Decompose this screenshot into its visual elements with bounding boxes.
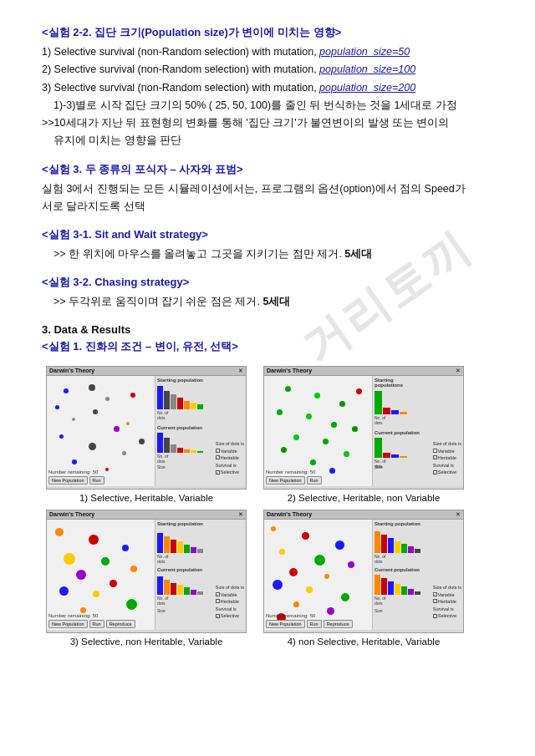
sim-4-size-of-dots: Size of dots is: [433, 584, 461, 591]
sim-2-buttons: New Population Run: [266, 476, 322, 485]
sim-3-darwin-label: Darwin's Theory: [49, 511, 94, 517]
sim-2-number-remaining: Number remaining: 50: [266, 469, 315, 474]
sim-2-selective-cb: Selective: [433, 469, 461, 475]
section-3-title: <실험 3. 두 종류의 포식자 – 사자와 표범>: [42, 162, 493, 177]
sim-3-box: Darwin's Theory ✕: [46, 510, 247, 633]
sim-1-right-panel: Starting population No. ofdots Current p…: [155, 376, 246, 486]
sim-1-close: ✕: [238, 368, 243, 374]
sim-3-reproduce-btn[interactable]: Reproduce: [106, 620, 135, 628]
section-2-2-title: <실험 2-2. 집단 크기(Population size)가 변이에 미치는…: [42, 25, 493, 40]
section-2-2-item1: 1) Selective survival (non-Random select…: [42, 43, 493, 61]
sim-2-checkboxes: Size of dots is Variable Heritable Survi…: [433, 440, 461, 475]
sim-4-number-remaining: Number remaining: 50: [266, 613, 315, 618]
sim-1-new-pop-btn[interactable]: New Population: [48, 476, 88, 485]
sim-2-size-label: Size: [374, 464, 383, 469]
section-3: <실험 3. 두 종류의 포식자 – 사자와 표범> 실험 3에서 진행되는 모…: [42, 162, 493, 216]
sim-1-titlebar: Darwin's Theory ✕: [47, 367, 246, 376]
sim-3-variable-label: Variable: [221, 591, 237, 598]
sim-4-buttons: New Population Run Reproduce: [266, 620, 353, 628]
sim-1-starting-label: Starting population: [157, 378, 244, 383]
sim-1-current-label: Current population: [157, 425, 244, 430]
sim-4-heritable-cb: Heritable: [433, 598, 461, 605]
section-2-2-note2: >>10세대가 지난 뒤 표현형의 변화를 통해 '집단 크기'가 불연변이의 …: [42, 114, 493, 132]
sim-3-survival-is: Survival is: [216, 606, 244, 612]
sim-1-sim-area: Number remaining: 50 New Population Run: [47, 376, 155, 486]
sim-1-selective-cb: Selective: [216, 469, 244, 475]
sim-2-size-of-dots: Size of dots is: [433, 440, 461, 447]
sim-1-no-dots-label-top: No. ofdots: [157, 410, 244, 420]
sim-1-number-remaining: Number remaining: 50: [48, 469, 98, 474]
sim-3-container: Darwin's Theory ✕: [42, 510, 251, 647]
section-3-desc2: 서로 달라지도록 선택: [42, 198, 493, 216]
sim-4-current-label: Current population: [374, 567, 461, 572]
sim-1-container: Darwin's Theory ✕: [42, 366, 251, 503]
sim-1-selective-check: [216, 470, 220, 474]
sim-2-box: Darwin's Theory ✕: [263, 366, 464, 490]
sim-1-variable-label: Variable: [221, 448, 237, 454]
sim-2-heritable-check: [433, 455, 437, 459]
sim-4-variable-label: Variable: [438, 591, 455, 598]
sim-1-darwin-label: Darwin's Theory: [49, 368, 94, 373]
sim-2-run-btn[interactable]: Run: [307, 476, 322, 485]
sim-2-inner: Number remaining: 50 New Population Run …: [264, 376, 463, 486]
sim-3-size-label: Size: [157, 608, 166, 613]
sim-1-variable-cb: Variable: [216, 448, 244, 454]
sim-1-selective-label: Selective: [221, 469, 239, 475]
sim-1-inner: Number remaining: 50 New Population Run …: [47, 376, 246, 486]
sim-4-no-dots-top: No. ofdots: [374, 554, 461, 564]
sim-4-heritable-check: [433, 599, 437, 603]
section-3-1: <실험 3-1. Sit and Wait strategy> >> 한 위치에…: [42, 227, 493, 263]
section-3-1-title: <실험 3-1. Sit and Wait strategy>: [42, 227, 493, 242]
sim-4-checkboxes: Size of dots is Variable Heritable Survi…: [433, 584, 461, 619]
sim-2-heritable-label: Heritable: [438, 454, 456, 461]
sim-3-new-pop-btn[interactable]: New Population: [48, 620, 88, 628]
sim-3-size-of-dots: Size of dots is: [216, 584, 244, 591]
section-3-desc: 실험 3에서 진행되는 모든 시뮬레이션에서는, 프로그램의 옵션(option…: [42, 180, 493, 198]
sim-4-survival-is: Survival is: [433, 606, 461, 612]
sim-3-selective-cb: Selective: [216, 612, 244, 619]
section-2-2-item3: 3) Selective survival (non-Random select…: [42, 79, 493, 97]
sim-4-darwin-label: Darwin's Theory: [267, 511, 312, 517]
experiment-1-title: <실험 1. 진화의 조건 – 변이, 유전, 선택>: [42, 339, 493, 354]
sim-3-no-dots-top: No. ofdots: [157, 554, 244, 564]
sim-3-right-panel: Starting population No. ofdots Current p…: [155, 520, 246, 630]
sim-3-close: ✕: [238, 511, 243, 518]
sim-1-box: Darwin's Theory ✕: [46, 366, 247, 490]
sim-3-variable-check: [216, 592, 220, 596]
sim-1-size-label: Size: [157, 464, 166, 469]
sim-2-survival-is: Survival is: [433, 462, 461, 469]
sim-2-caption: 2) Selective, Heritable, non Variable: [288, 493, 441, 503]
sim-4-titlebar: Darwin's Theory ✕: [264, 510, 463, 520]
sim-3-buttons: New Population Run Reproduce: [48, 620, 135, 628]
section-2-2-item2: 2) Selective survival (non-Random select…: [42, 61, 493, 79]
sim-4-sim-area: Number remaining: 50 New Population Run …: [264, 520, 373, 630]
sim-1-buttons: New Population Run: [48, 476, 104, 485]
sim-2-container: Darwin's Theory ✕: [259, 366, 468, 503]
sim-4-selective-cb: Selective: [433, 612, 461, 619]
sim-3-checkboxes: Size of dots is Variable Heritable Survi…: [216, 584, 244, 619]
sim-4-selective-check: [433, 614, 437, 618]
sim-4-variable-check: [433, 592, 437, 596]
sim-1-size-of-dots: Size of dots is: [216, 440, 244, 447]
sim-1-checkboxes: Size of dots is Variable Heritable Survi…: [216, 440, 244, 475]
sim-1-run-btn[interactable]: Run: [89, 476, 104, 485]
sim-2-titlebar: Darwin's Theory ✕: [264, 367, 463, 376]
sim-4-reproduce-btn[interactable]: Reproduce: [324, 620, 353, 628]
sim-4-starting-label: Starting population: [374, 521, 461, 526]
sim-3-heritable-check: [216, 599, 220, 603]
sim-3-run-btn[interactable]: Run: [89, 620, 104, 628]
sim-4-selective-label: Selective: [438, 612, 456, 619]
sim-2-variable-label: Variable: [438, 448, 455, 454]
sim-2-new-pop-btn[interactable]: New Population: [266, 476, 305, 485]
sim-4-variable-cb: Variable: [433, 591, 461, 598]
sim-3-selective-check: [216, 614, 220, 618]
sim-4-heritable-label: Heritable: [438, 598, 456, 605]
sim-1-variable-check: [216, 449, 220, 453]
simulation-row-2: Darwin's Theory ✕: [42, 510, 493, 647]
sim-2-no-dots-label-top: No. ofdots: [374, 415, 461, 425]
sim-4-inner: Number remaining: 50 New Population Run …: [264, 520, 463, 630]
sim-4-run-btn[interactable]: Run: [307, 620, 322, 628]
sim-2-selective-label: Selective: [438, 469, 456, 475]
sim-2-variable-cb: Variable: [433, 448, 461, 454]
sim-4-new-pop-btn[interactable]: New Population: [266, 620, 305, 628]
